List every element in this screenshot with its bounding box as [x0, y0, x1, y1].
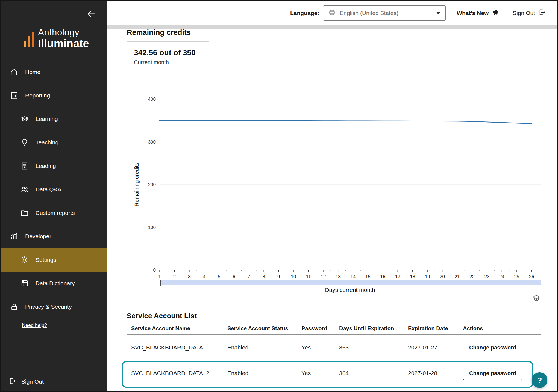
cell-name: SVC_BLACKBOARD_DATA — [131, 344, 227, 351]
sidebar-item-learning[interactable]: Learning — [1, 107, 107, 131]
col-days-until-expiration: Days Until Expiration — [339, 325, 408, 332]
brand-line2: Illuminate — [38, 38, 89, 49]
sidebar-item-data-dictionary[interactable]: Data Dictionary — [1, 272, 107, 295]
whats-new-button[interactable]: What’s New — [457, 8, 500, 17]
col-service-account-name: Service Account Name — [131, 325, 227, 332]
sidebar: Anthology Illuminate Home Reporting Lear… — [1, 1, 107, 391]
svg-text:9: 9 — [277, 274, 280, 279]
sidebar-item-privacy-security[interactable]: Privacy & Security — [1, 295, 107, 319]
app-window: Anthology Illuminate Home Reporting Lear… — [0, 0, 558, 392]
svg-text:11: 11 — [306, 274, 311, 279]
svg-text:16: 16 — [380, 274, 385, 279]
sidebar-item-leading[interactable]: Leading — [1, 154, 107, 178]
sidebar-item-home[interactable]: Home — [1, 60, 107, 84]
svg-text:20: 20 — [440, 274, 445, 279]
sidebar-item-label: Settings — [36, 257, 56, 263]
change-password-button[interactable]: Change password — [463, 367, 522, 380]
top-header: Language: English (United States) What’s… — [107, 1, 558, 25]
credits-caption: Current month — [134, 59, 209, 66]
svg-text:200: 200 — [148, 182, 156, 187]
service-account-table: Service Account Name Service Account Sta… — [127, 323, 541, 386]
cell-status: Enabled — [227, 344, 301, 351]
svg-text:23: 23 — [484, 274, 490, 279]
sidebar-header: Anthology Illuminate — [1, 1, 107, 60]
svg-text:24: 24 — [499, 274, 504, 279]
help-button[interactable]: ? — [532, 372, 547, 388]
sidebar-sign-out[interactable]: Sign Out — [1, 372, 107, 391]
svg-text:8: 8 — [262, 274, 265, 279]
chart-range-slider[interactable] — [160, 280, 541, 285]
svg-text:1: 1 — [158, 274, 161, 279]
teaching-icon — [20, 138, 29, 147]
svg-text:4: 4 — [203, 274, 205, 279]
brand-logo: Anthology Illuminate — [24, 28, 89, 49]
sidebar-item-developer[interactable]: Developer — [1, 225, 107, 248]
col-actions: Actions — [463, 325, 541, 332]
chevron-down-icon — [436, 12, 440, 14]
sidebar-item-reporting[interactable]: Reporting — [1, 84, 107, 107]
table-row: SVC_BLACKBOARD_DATA Enabled Yes 363 2027… — [127, 335, 541, 360]
service-account-list-title: Service Account List — [127, 312, 197, 320]
language-dropdown-value: English (United States) — [340, 10, 432, 16]
credits-value: 342.56 out of 350 — [134, 48, 209, 57]
svg-text:21: 21 — [455, 274, 460, 279]
sidebar-item-teaching[interactable]: Teaching — [1, 131, 107, 154]
svg-text:14: 14 — [350, 274, 356, 279]
chart-layers-menu-button[interactable] — [532, 294, 541, 302]
svg-text:7: 7 — [248, 274, 250, 279]
sidebar-item-label: Reporting — [25, 92, 50, 99]
svg-text:3: 3 — [188, 274, 190, 279]
header-sign-out-button[interactable]: Sign Out — [513, 8, 546, 17]
sidebar-nav: Home Reporting Learning Teaching Leading… — [1, 60, 107, 319]
custom-reports-icon — [20, 209, 29, 217]
slider-handle[interactable] — [160, 280, 161, 286]
header-sign-out-label: Sign Out — [513, 10, 535, 16]
sidebar-item-custom-reports[interactable]: Custom reports — [1, 201, 107, 225]
svg-text:6: 6 — [233, 274, 235, 279]
col-service-account-status: Service Account Status — [227, 325, 301, 332]
sidebar-item-label: Data Q&A — [36, 186, 61, 193]
data-qa-icon — [20, 185, 29, 194]
language-dropdown[interactable]: English (United States) — [323, 5, 446, 21]
layers-icon — [532, 299, 541, 303]
credits-summary-card: 342.56 out of 350 Current month — [127, 41, 209, 75]
remaining-credits-chart: 0100200300400123456789101112131415161718… — [132, 93, 546, 279]
sidebar-item-label: Developer — [25, 233, 51, 240]
need-help-link[interactable]: Need help? — [22, 323, 47, 328]
svg-text:10: 10 — [291, 274, 296, 279]
leading-icon — [20, 162, 29, 170]
globe-icon — [328, 9, 336, 17]
chart-y-axis-label: Remaining credits — [134, 163, 140, 206]
cell-name: SVC_BLACKBOARD_DATA_2 — [131, 370, 227, 376]
svg-text:22: 22 — [469, 274, 475, 279]
col-password: Password — [301, 325, 339, 332]
cell-expiration: 2027-01-28 — [408, 370, 463, 376]
sidebar-item-label: Home — [25, 69, 40, 75]
cell-expiration: 2027-01-27 — [408, 344, 463, 351]
sidebar-item-data-qa[interactable]: Data Q&A — [1, 178, 107, 201]
chart-x-axis-label: Days current month — [325, 287, 375, 293]
svg-text:18: 18 — [410, 274, 415, 279]
sign-out-icon — [538, 8, 546, 17]
developer-icon — [10, 232, 19, 241]
table-row-highlighted: SVC_BLACKBOARD_DATA_2 Enabled Yes 364 20… — [127, 360, 541, 386]
svg-text:26: 26 — [529, 274, 534, 279]
remaining-credits-title: Remaining credits — [127, 28, 191, 37]
cell-days: 363 — [339, 344, 408, 351]
data-dictionary-icon — [20, 279, 29, 288]
change-password-button[interactable]: Change password — [463, 341, 522, 354]
sidebar-item-label: Custom reports — [36, 210, 75, 216]
arrow-left-icon — [87, 15, 96, 19]
svg-text:5: 5 — [218, 274, 220, 279]
sidebar-collapse-button[interactable] — [86, 9, 97, 20]
svg-text:13: 13 — [336, 274, 341, 279]
whats-new-label: What’s New — [457, 10, 489, 16]
home-icon — [10, 68, 19, 76]
megaphone-icon — [492, 8, 500, 17]
sidebar-item-settings[interactable]: Settings — [1, 248, 107, 272]
svg-text:15: 15 — [365, 274, 371, 279]
brand-line1: Anthology — [38, 28, 89, 37]
settings-icon — [20, 256, 29, 264]
table-header-row: Service Account Name Service Account Sta… — [127, 323, 541, 335]
cell-password: Yes — [301, 344, 339, 351]
